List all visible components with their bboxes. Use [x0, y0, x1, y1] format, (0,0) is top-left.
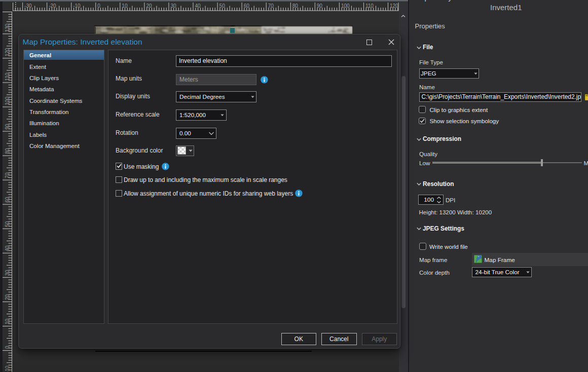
svg-text:90: 90	[5, 124, 10, 130]
svg-text:120: 120	[5, 48, 10, 56]
svg-text:0: 0	[97, 3, 100, 8]
svg-text:70: 70	[5, 172, 10, 178]
svg-text:20: 20	[5, 294, 10, 300]
svg-text:100: 100	[341, 3, 350, 8]
svg-text:-20: -20	[49, 3, 56, 8]
svg-text:60: 60	[5, 197, 10, 203]
svg-text:0: 0	[5, 346, 10, 349]
svg-text:80: 80	[5, 148, 10, 154]
svg-text:-10: -10	[73, 3, 81, 8]
svg-text:130: 130	[5, 23, 10, 32]
svg-text:120: 120	[390, 3, 398, 8]
svg-text:60: 60	[244, 3, 250, 8]
svg-text:50: 50	[219, 3, 226, 8]
svg-text:10: 10	[5, 318, 10, 324]
svg-text:100: 100	[5, 96, 10, 105]
svg-text:10: 10	[122, 3, 128, 8]
svg-text:30: 30	[5, 270, 10, 276]
svg-text:30: 30	[170, 3, 176, 8]
svg-text:40: 40	[195, 3, 201, 8]
svg-text:90: 90	[317, 3, 323, 8]
svg-text:80: 80	[292, 3, 299, 8]
svg-text:-30: -30	[24, 3, 32, 8]
svg-text:20: 20	[146, 3, 152, 8]
svg-text:40: 40	[5, 245, 10, 251]
svg-text:110: 110	[5, 72, 10, 81]
svg-text:110: 110	[365, 3, 374, 8]
svg-text:50: 50	[5, 221, 10, 227]
svg-text:70: 70	[268, 3, 274, 8]
